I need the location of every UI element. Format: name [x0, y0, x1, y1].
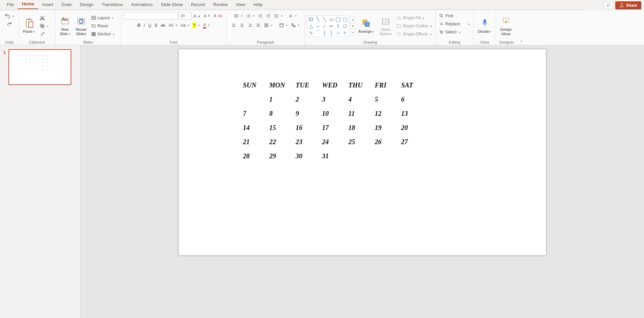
decrease-indent-button[interactable] [257, 12, 264, 20]
tab-transitions[interactable]: Transitions [97, 1, 127, 9]
align-right-button[interactable] [246, 22, 254, 29]
arrowdown-shape-icon[interactable]: ⇩ [335, 23, 341, 29]
arrow-shape-icon[interactable]: ⇨ [328, 23, 334, 29]
align-center-button[interactable] [238, 22, 246, 29]
tab-insert[interactable]: Insert [38, 1, 57, 9]
clear-formatting-button[interactable]: A⌫ [212, 12, 223, 20]
tab-animations[interactable]: Animations [127, 1, 157, 9]
increase-indent-button[interactable] [265, 12, 272, 20]
slide-thumbnail-1[interactable]: ‒‒‒‒‒‒‒··························· [8, 49, 71, 85]
cut-button[interactable] [38, 14, 50, 22]
highlight-button[interactable]: ✎ [191, 22, 201, 29]
comments-button[interactable] [604, 2, 613, 9]
columns-button[interactable] [263, 22, 274, 29]
find-button[interactable]: Find [438, 12, 454, 20]
paste-button[interactable]: Paste [21, 17, 37, 34]
align-left-button[interactable] [230, 22, 238, 29]
layout-button[interactable]: Layout [90, 14, 116, 22]
share-button[interactable]: Share [615, 1, 641, 9]
align-text-button[interactable] [278, 22, 289, 29]
change-case-button[interactable]: Aa [180, 22, 191, 29]
slide[interactable]: SUNMONTUEWEDTHUFRISAT1234567891011121314… [179, 49, 546, 255]
tab-design[interactable]: Design [76, 1, 97, 9]
line2-shape-icon[interactable]: ╲ [321, 16, 328, 22]
cursor-icon [439, 30, 444, 34]
gallery-expand[interactable]: ≡ [350, 29, 355, 35]
star-shape-icon[interactable]: ☆ [335, 30, 341, 36]
lightning-icon [502, 17, 510, 26]
section-button[interactable]: Section [90, 30, 116, 38]
pentagon-shape-icon[interactable]: ⬠ [342, 23, 348, 29]
bucket-icon [397, 16, 401, 20]
align-text-icon [279, 23, 284, 28]
textbox-shape-icon[interactable]: A [308, 16, 314, 22]
line-spacing-button[interactable] [273, 12, 284, 20]
arc-shape-icon[interactable]: ⌒ [315, 30, 321, 36]
rect-shape-icon[interactable]: ▭ [328, 16, 334, 22]
oval-shape-icon[interactable]: ◯ [335, 16, 341, 22]
shape-effects-button[interactable]: Shape Effects [395, 30, 433, 38]
svg-rect-17 [92, 34, 94, 36]
bullets-button[interactable] [233, 12, 244, 20]
justify-button[interactable] [255, 22, 262, 29]
numbering-button[interactable]: 123 [245, 12, 256, 20]
select-button[interactable]: Select [438, 28, 461, 36]
gallery-scroll-up[interactable]: ▴ [350, 17, 355, 23]
font-color-button[interactable]: A [202, 22, 211, 29]
decrease-font-button[interactable]: A▼ [202, 12, 212, 20]
ribbon-tabs: File Home Insert Draw Design Transitions… [0, 0, 583, 9]
collapse-ribbon-button[interactable]: ⌄ [517, 11, 526, 45]
char-spacing-button[interactable]: AV [167, 22, 179, 29]
cal-cell: 16 [296, 124, 322, 138]
tab-review[interactable]: Review [209, 1, 232, 9]
shapes-gallery[interactable]: A ╲ ╲ ▭ ◯ ▢ △ ⌐ ⌐ ⇨ ⇩ ⬠ ∿ ⌒ { } ☆ [307, 15, 355, 37]
shape-fill-button[interactable]: Shape Fill [395, 14, 433, 22]
tab-home[interactable]: Home [18, 0, 38, 9]
tab-slideshow[interactable]: Slide Show [157, 1, 187, 9]
slide-canvas-area[interactable]: SUNMONTUEWEDTHUFRISAT1234567891011121314… [80, 45, 644, 318]
text-shadow-button[interactable]: S [153, 22, 159, 29]
increase-font-button[interactable]: A▲ [192, 12, 202, 20]
thumb-content: ‒‒‒‒‒‒‒··························· [21, 55, 51, 71]
line-shape-icon[interactable]: ╲ [315, 16, 321, 22]
curve-shape-icon[interactable]: ∿ [308, 30, 314, 36]
reuse-slides-button[interactable]: Reuse Slides [74, 15, 89, 36]
tab-draw[interactable]: Draw [57, 1, 76, 9]
undo-button[interactable] [3, 12, 16, 20]
arrange-button[interactable]: Arrange [356, 17, 376, 34]
format-painter-button[interactable] [38, 30, 50, 38]
copy-button[interactable] [38, 22, 50, 30]
strikethrough-button[interactable]: ab [159, 22, 166, 29]
brace-l-shape-icon[interactable]: { [321, 30, 328, 36]
callout-shape-icon[interactable]: ✧ [342, 30, 348, 36]
tab-help[interactable]: Help [249, 1, 266, 9]
smartart-button[interactable] [290, 22, 301, 29]
italic-button[interactable]: I [142, 22, 146, 29]
reset-button[interactable]: Reset [90, 22, 116, 30]
bold-button[interactable]: B [136, 22, 142, 29]
text-direction-button[interactable]: A↕ [288, 12, 299, 20]
tab-record[interactable]: Record [187, 1, 209, 9]
shape-outline-button[interactable]: Shape Outline [395, 22, 433, 30]
triangle-shape-icon[interactable]: △ [308, 23, 314, 29]
font-family-input[interactable] [124, 12, 178, 20]
brace-r-shape-icon[interactable]: } [328, 30, 334, 36]
quick-styles-button[interactable]: Abc Quick Styles [377, 15, 394, 36]
dictate-button[interactable]: Dictate [476, 17, 494, 34]
connector-shape-icon[interactable]: ⌐ [315, 23, 321, 29]
redo-button[interactable] [5, 20, 14, 28]
align-left-icon [232, 23, 236, 28]
connector2-shape-icon[interactable]: ⌐ [321, 23, 328, 29]
underline-button[interactable]: U [147, 22, 153, 29]
replace-button[interactable]: Replace [438, 20, 471, 28]
cal-cell: 31 [322, 152, 349, 166]
new-slide-button[interactable]: New Slide [57, 15, 72, 36]
tab-view[interactable]: View [232, 1, 249, 9]
design-ideas-button[interactable]: Design Ideas [498, 15, 514, 36]
font-size-input[interactable] [178, 12, 191, 20]
tab-file[interactable]: File [3, 1, 18, 9]
roundrect-shape-icon[interactable]: ▢ [342, 16, 348, 22]
align-right-icon [248, 23, 253, 28]
eraser-icon: A [214, 14, 216, 18]
gallery-scroll-down[interactable]: ▾ [350, 23, 355, 29]
